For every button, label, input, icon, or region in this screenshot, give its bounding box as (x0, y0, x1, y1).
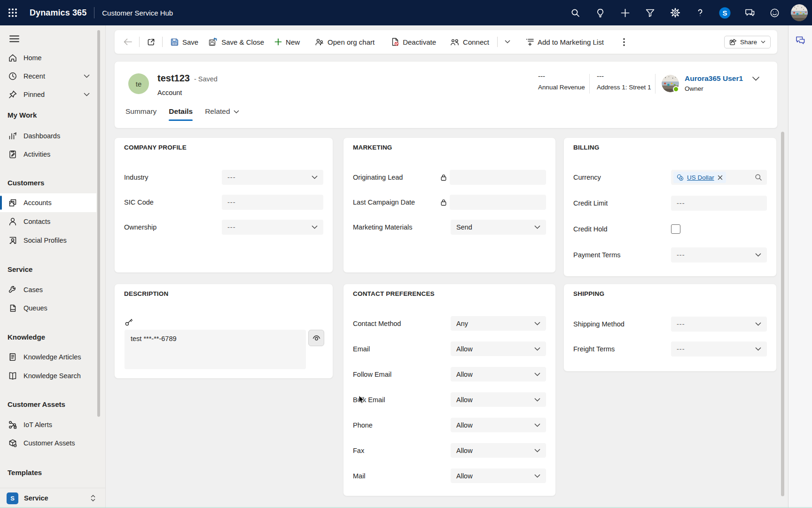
conversations-icon[interactable] (789, 29, 812, 52)
area-switcher[interactable]: S Service (0, 488, 105, 508)
shipping-method-value: --- (677, 320, 685, 328)
section-billing: BILLING Currency US Dollar (563, 137, 777, 277)
sidebar-item-label: Home (23, 54, 42, 62)
description-textarea[interactable]: test ***-**-6789 (125, 330, 306, 369)
area-tile: S (7, 492, 18, 504)
sidebar-item-cases[interactable]: Cases (0, 280, 96, 299)
sidebar-item-label: Pinned (23, 91, 45, 98)
overflow-chevron[interactable] (500, 33, 515, 50)
reveal-masked-text-button[interactable] (308, 330, 324, 346)
sidebar-item-social-profiles[interactable]: Social Profiles (0, 231, 96, 250)
sidebar-item-home[interactable]: Home (0, 48, 96, 67)
ownership-dropdown[interactable]: --- (222, 220, 323, 235)
sidebar-scrollbar[interactable] (97, 30, 100, 417)
freight-terms-label: Freight Terms (573, 345, 671, 353)
currency-value-link[interactable]: US Dollar (687, 174, 714, 181)
sidebar-item-knowledge-search[interactable]: Knowledge Search (0, 366, 96, 385)
chevron-down-icon (755, 322, 761, 326)
new-button[interactable]: New (269, 33, 305, 50)
contact-method-dropdown[interactable]: Any (451, 316, 546, 331)
brand-title[interactable]: Dynamics 365 (30, 8, 86, 18)
sidebar-item-contacts[interactable]: Contacts (0, 212, 96, 231)
sidebar-item-label: Knowledge Search (23, 372, 81, 380)
search-icon[interactable] (563, 0, 588, 25)
open-in-new-window-button[interactable] (142, 33, 159, 50)
skype-icon[interactable]: S (712, 0, 737, 25)
address-value[interactable]: --- (597, 72, 604, 80)
sidebar-item-queues[interactable]: Queues (0, 299, 96, 318)
tab-summary[interactable]: Summary (125, 107, 156, 116)
sidebar-item-accounts[interactable]: Accounts (0, 193, 96, 212)
follow-email-dropdown[interactable]: Allow (451, 367, 546, 381)
waffle-menu-icon[interactable] (0, 0, 25, 25)
last-campaign-date-field[interactable] (450, 195, 546, 210)
bulk-email-label: Bulk Email (353, 396, 451, 404)
industry-dropdown[interactable]: --- (222, 170, 323, 185)
fax-dropdown[interactable]: Allow (451, 443, 546, 458)
deactivate-button[interactable]: Deactivate (386, 33, 441, 50)
teams-chat-icon[interactable] (737, 0, 762, 25)
originating-lead-field[interactable] (450, 170, 546, 185)
add-icon[interactable] (613, 0, 638, 25)
annual-revenue-value[interactable]: --- (538, 72, 545, 80)
record-header: te test123 - Saved Account --- Annual Re… (114, 61, 778, 128)
settings-gear-icon[interactable] (663, 0, 687, 25)
sidebar-item-pinned[interactable]: Pinned (0, 85, 96, 104)
back-button[interactable] (119, 33, 136, 50)
sidebar-item-iot-alerts[interactable]: IoT Alerts (0, 415, 96, 434)
main-scrollbar[interactable] (781, 132, 784, 496)
app-name[interactable]: Customer Service Hub (102, 9, 173, 17)
sidebar-group-customers: Customers (8, 173, 97, 192)
share-button[interactable]: Share (724, 36, 771, 48)
owner-name-link[interactable]: Aurora365 User1 (685, 74, 743, 83)
sidebar-item-knowledge-articles[interactable]: Knowledge Articles (0, 348, 96, 366)
currency-lookup[interactable]: US Dollar (671, 170, 767, 185)
add-to-marketing-list-button[interactable]: Add to Marketing List (520, 33, 609, 50)
feedback-smiley-icon[interactable] (762, 0, 787, 25)
sidebar-item-label: Queues (23, 304, 47, 312)
user-avatar[interactable] (791, 4, 808, 21)
open-org-chart-button[interactable]: Open org chart (310, 33, 380, 50)
sidebar-group-service: Service (8, 260, 97, 278)
sic-code-value: --- (227, 198, 236, 206)
shipping-method-dropdown[interactable]: --- (671, 317, 767, 332)
command-bar: Save Save & Close New (114, 30, 778, 54)
sidebar-collapse-icon[interactable] (6, 31, 22, 47)
deactivate-label: Deactivate (403, 38, 436, 46)
sidebar-item-dashboards[interactable]: Dashboards (0, 127, 96, 145)
site-map-sidebar: Home Recent Pinned My Work Dashboards Ac… (0, 25, 106, 508)
filter-icon[interactable] (638, 0, 663, 25)
payment-terms-dropdown[interactable]: --- (671, 247, 767, 262)
currency-remove-icon[interactable] (718, 175, 723, 180)
save-and-close-button[interactable]: Save & Close (203, 33, 269, 50)
sidebar-item-activities[interactable]: Activities (0, 145, 96, 164)
section-title: MARKETING (344, 138, 555, 151)
sidebar-item-recent[interactable]: Recent (0, 67, 96, 86)
chevron-down-icon (534, 347, 540, 351)
sidebar-item-customer-assets[interactable]: Customer Assets (0, 434, 96, 452)
form-tabs: Summary Details Related (125, 107, 239, 116)
more-commands-button[interactable] (617, 33, 631, 50)
marketing-materials-dropdown[interactable]: Send (451, 220, 546, 235)
phone-dropdown[interactable]: Allow (451, 418, 546, 432)
save-button[interactable]: Save (165, 33, 203, 50)
sidebar-item-label: Accounts (23, 199, 52, 206)
freight-terms-dropdown[interactable]: --- (671, 341, 767, 357)
sic-code-input[interactable]: --- (222, 195, 323, 210)
connect-button[interactable]: Connect (445, 33, 494, 50)
tab-details[interactable]: Details (169, 107, 193, 116)
help-icon[interactable] (687, 0, 712, 25)
email-dropdown[interactable]: Allow (451, 341, 546, 356)
mail-dropdown[interactable]: Allow (451, 468, 546, 483)
chevron-down-icon (534, 423, 540, 427)
header-expand-chevron[interactable] (752, 76, 760, 81)
credit-hold-checkbox[interactable] (671, 224, 680, 234)
record-save-status: - Saved (194, 75, 218, 83)
tab-related[interactable]: Related (205, 107, 239, 116)
lookup-search-icon[interactable] (755, 174, 762, 181)
lightbulb-icon[interactable] (588, 0, 613, 25)
credit-limit-input[interactable]: --- (671, 196, 767, 211)
bulk-email-dropdown[interactable]: Allow (451, 392, 546, 407)
section-title: DESCRIPTION (115, 284, 333, 297)
sidebar-group-my-work: My Work (8, 105, 97, 124)
